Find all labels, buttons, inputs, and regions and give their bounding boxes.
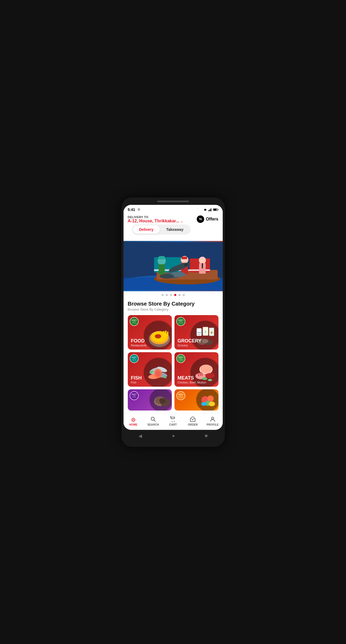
offers-button[interactable]: % Offers xyxy=(197,215,218,223)
svg-rect-7 xyxy=(213,209,217,210)
dot-3[interactable] xyxy=(170,294,172,296)
nav-home[interactable]: HOME xyxy=(125,416,141,426)
svg-rect-17 xyxy=(159,264,165,274)
svg-point-93 xyxy=(159,398,166,403)
category-card-fish[interactable]: SAFETY FIRST PROMISE xyxy=(128,352,172,387)
grocery-card-label: GROCERY Grocery xyxy=(178,338,202,347)
partial1-illustration xyxy=(149,389,172,411)
svg-rect-41 xyxy=(165,330,167,336)
status-bar: 5:41 ⚙ xyxy=(124,205,223,213)
svg-rect-3 xyxy=(211,209,211,211)
screen: 5:41 ⚙ xyxy=(124,205,223,430)
safety-badge-meats: SAFETY FIRST PROMISE xyxy=(176,354,186,363)
nav-cart[interactable]: CART xyxy=(165,416,181,426)
header: DELIVERY TO A-12, House, Thrikkakar... ⌄… xyxy=(124,213,223,238)
svg-text:PROMISE: PROMISE xyxy=(178,396,183,398)
svg-marker-0 xyxy=(204,209,207,211)
status-time: 5:41 xyxy=(128,208,135,212)
section-subtitle: Browse Store By Category xyxy=(128,307,218,311)
svg-text:PROMISE: PROMISE xyxy=(132,359,137,361)
offers-label: Offers xyxy=(206,217,218,222)
meats-subtitle: Chicken, Beef, Mutton xyxy=(178,381,206,384)
wifi-icon xyxy=(203,208,207,211)
svg-rect-22 xyxy=(181,257,187,259)
svg-text:🍯: 🍯 xyxy=(210,331,213,334)
svg-point-68 xyxy=(155,370,161,377)
category-card-partial2[interactable]: SAFETY FIRST PROMISE xyxy=(174,389,218,411)
svg-text:🧴: 🧴 xyxy=(204,330,207,333)
svg-rect-4 xyxy=(212,208,212,211)
bottom-nav: HOME SEARCH CART xyxy=(124,413,223,430)
dot-6[interactable] xyxy=(183,294,185,296)
home-label: HOME xyxy=(129,423,137,426)
safety-badge-grocery: SAFETY FIRST PROMISE xyxy=(176,317,186,326)
svg-text:SALT: SALT xyxy=(197,334,200,335)
svg-point-39 xyxy=(155,334,161,338)
delivery-label: DELIVERY TO xyxy=(128,215,184,219)
svg-point-109 xyxy=(172,421,173,422)
svg-rect-25 xyxy=(202,263,203,268)
recent-button[interactable]: ■ xyxy=(205,433,208,439)
meats-title: MEATS xyxy=(178,376,206,381)
svg-point-23 xyxy=(199,257,206,264)
back-button[interactable]: ◀ xyxy=(138,433,142,439)
fish-illustration xyxy=(143,358,172,387)
food-illustration xyxy=(143,320,172,350)
category-card-meats[interactable]: SAFETY FIRST PROMISE xyxy=(174,352,218,387)
svg-text:PROMISE: PROMISE xyxy=(132,396,137,398)
nav-profile[interactable]: PROFILE xyxy=(205,416,221,426)
category-card-grocery[interactable]: SAFETY FIRST PROMISE TATA SALT 🧴 xyxy=(174,315,218,350)
grocery-title: GROCERY xyxy=(178,338,202,344)
order-icon xyxy=(190,416,196,422)
svg-text:PROMISE: PROMISE xyxy=(178,359,183,361)
svg-point-57 xyxy=(202,339,208,343)
category-grid: SAFETY FIRST PROMISE xyxy=(128,315,218,411)
svg-rect-1 xyxy=(208,210,209,211)
svg-point-106 xyxy=(133,420,134,420)
svg-point-110 xyxy=(174,421,175,422)
gear-icon: ⚙ xyxy=(137,208,141,211)
delivery-tabs: Delivery Takeaway xyxy=(132,224,191,235)
svg-rect-19 xyxy=(159,257,164,259)
svg-point-102 xyxy=(209,402,215,406)
delivery-address[interactable]: A-12, House, Thrikkakar... xyxy=(128,219,179,223)
cart-label: CART xyxy=(169,423,177,426)
svg-point-81 xyxy=(208,379,212,381)
food-title: FOOD xyxy=(131,338,147,344)
svg-text:PROMISE: PROMISE xyxy=(132,322,137,324)
svg-point-103 xyxy=(201,402,207,406)
fish-card-label: FISH Fish xyxy=(131,376,142,384)
home-button[interactable]: ● xyxy=(172,433,175,439)
delivery-tab[interactable]: Delivery xyxy=(133,225,160,234)
profile-icon xyxy=(209,416,216,422)
category-card-partial1[interactable]: SAFETY FIRST PROMISE xyxy=(128,389,172,411)
meats-card-label: MEATS Chicken, Beef, Mutton xyxy=(178,376,206,384)
svg-rect-40 xyxy=(163,331,165,336)
food-subtitle: Restaurants xyxy=(131,344,147,347)
banner-illustration xyxy=(124,241,223,291)
nav-order[interactable]: ORDER xyxy=(185,416,201,426)
safety-badge-fish: SAFETY FIRST PROMISE xyxy=(129,354,139,363)
cart-icon xyxy=(170,416,176,422)
dropdown-arrow-icon[interactable]: ⌄ xyxy=(180,219,183,223)
profile-label: PROFILE xyxy=(207,423,218,426)
takeaway-tab[interactable]: Takeaway xyxy=(160,225,190,234)
home-icon xyxy=(130,416,137,422)
dot-1[interactable] xyxy=(161,294,164,296)
category-card-food[interactable]: SAFETY FIRST PROMISE xyxy=(128,315,172,350)
nav-search[interactable]: SEARCH xyxy=(145,416,161,426)
notch xyxy=(157,201,189,202)
dot-5[interactable] xyxy=(178,294,181,296)
svg-rect-2 xyxy=(209,209,210,211)
dot-2[interactable] xyxy=(166,294,168,296)
category-section: Browse Store By Category Browse Store By… xyxy=(124,298,223,411)
order-label: ORDER xyxy=(188,423,198,426)
dot-4[interactable] xyxy=(174,294,176,296)
svg-point-77 xyxy=(200,365,212,373)
fish-subtitle: Fish xyxy=(131,381,142,384)
svg-point-111 xyxy=(212,417,214,419)
food-card-label: FOOD Restaurants xyxy=(131,338,147,347)
svg-point-28 xyxy=(160,274,174,278)
svg-text:PROMISE: PROMISE xyxy=(178,322,183,324)
banner-dots xyxy=(124,291,223,298)
